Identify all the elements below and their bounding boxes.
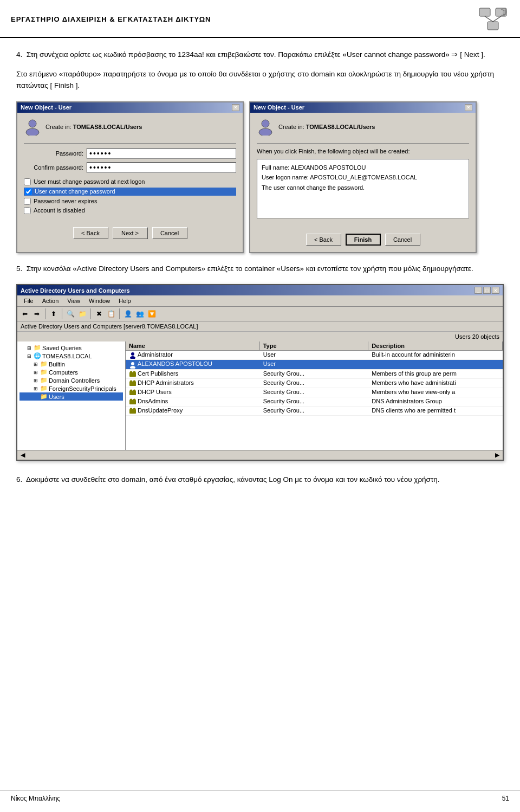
list-item[interactable]: Administrator User Built-in account for … — [126, 351, 503, 360]
dialog2-create-in-label: Create in: — [278, 124, 304, 130]
svg-point-10 — [130, 356, 135, 359]
list-item[interactable]: DnsUpdateProxy Security Grou... DNS clie… — [126, 407, 503, 416]
footer-author: Νίκος Μπαλλίνης — [11, 795, 60, 802]
ad-menu-action[interactable]: Action — [38, 297, 63, 305]
dialog1-cb3-row: Password never expires — [24, 198, 236, 205]
dialog2-title: New Object - User — [253, 104, 304, 111]
list-item[interactable]: DHCP Users Security Grou... Members who … — [126, 388, 503, 397]
dialog1-next-button[interactable]: Next > — [113, 227, 148, 239]
list-item[interactable]: ALEXANDOS APOSTOLOU User — [126, 360, 503, 369]
section5-para: 5. Στην κονσόλα «Active Directory Users … — [16, 263, 504, 275]
ad-menu-help[interactable]: Help — [114, 297, 135, 305]
group-row-icon — [129, 379, 136, 387]
list-item[interactable]: DnsAdmins Security Grou... DNS Administr… — [126, 397, 503, 407]
tree-item-saved-queries[interactable]: ⊞ 📁 Saved Queries — [20, 344, 123, 352]
dialog1-password-input[interactable]: •••••• — [87, 148, 236, 159]
dialog1-cancel-button[interactable]: Cancel — [152, 227, 187, 239]
ad-minimize-btn[interactable]: _ — [474, 287, 482, 294]
forward-icon[interactable]: ➡ — [31, 308, 42, 319]
dialog1-confirm-input[interactable]: •••••• — [87, 162, 236, 173]
up-icon[interactable]: ⬆ — [48, 308, 59, 319]
ad-close-btn[interactable]: × — [492, 287, 499, 294]
svg-rect-0 — [479, 8, 490, 16]
ad-address-label: Active Directory Users and Computers [se… — [21, 323, 198, 330]
network-icon — [477, 5, 509, 33]
ad-restore-btn[interactable]: □ — [483, 287, 491, 294]
dialog2-cancel-button[interactable]: Cancel — [385, 234, 420, 246]
dialog2-footer: < Back Finish Cancel — [250, 228, 476, 252]
new-user-icon[interactable]: 👤 — [122, 308, 133, 319]
list-cell-type: Security Grou... — [260, 397, 369, 406]
dialog1-cb4[interactable] — [24, 207, 31, 214]
tree-item-computers[interactable]: ⊞ 📁 Computers — [20, 368, 123, 376]
folder-icon[interactable]: 📁 — [77, 308, 88, 319]
dialog1-cb3-label: Password never expires — [34, 198, 97, 204]
section4-para1: 4. Στη συνέχεια ορίστε ως κωδικό πρόσβασ… — [16, 49, 504, 61]
list-cell-desc: DNS Administrators Group — [368, 397, 503, 406]
dialog1-confirm-row: Confirm password: •••••• — [24, 162, 236, 173]
section4-para2: Στο επόμενο «παράθυρο» παρατηρήστε το όν… — [16, 68, 504, 92]
user-row-icon-selected — [129, 361, 136, 369]
dialog1-create-in-label: Create in: — [46, 124, 72, 130]
ad-tree: ⊞ 📁 Saved Queries ⊟ 🌐 TOMEAS8.LOCAL ⊞ 📁 … — [17, 341, 126, 450]
group-row-icon — [129, 398, 136, 405]
svg-point-8 — [259, 128, 272, 136]
svg-point-18 — [133, 380, 136, 383]
ad-titlebar: Active Directory Users and Computers _ □… — [17, 285, 503, 295]
dialog1-close-btn[interactable]: × — [232, 104, 239, 111]
svg-point-23 — [130, 398, 133, 401]
svg-point-14 — [130, 371, 133, 373]
ad-address-bar: Active Directory Users and Computers [se… — [17, 321, 503, 332]
ad-menubar: File Action View Window Help — [17, 295, 503, 307]
list-cell-type: Security Grou... — [260, 370, 369, 378]
back-icon[interactable]: ⬅ — [20, 308, 30, 319]
list-item[interactable]: Cert Publishers Security Grou... Members… — [126, 370, 503, 379]
dialog1-password-row: Password: •••••• — [24, 148, 236, 159]
tree-item-domain[interactable]: ⊟ 🌐 TOMEAS8.LOCAL — [20, 352, 123, 360]
dialog1-window: New Object - User × Create in: TOMEAS8.L… — [16, 101, 244, 253]
tree-item-builtin[interactable]: ⊞ 📁 Builtin — [20, 360, 123, 368]
properties-icon[interactable]: 📋 — [106, 308, 116, 319]
svg-point-7 — [262, 120, 269, 127]
new-group-icon[interactable]: 👥 — [134, 308, 145, 319]
toolbar-separator3 — [90, 308, 91, 319]
list-cell-name: Cert Publishers — [126, 370, 260, 378]
list-item[interactable]: DHCP Administrators Security Grou... Mem… — [126, 379, 503, 388]
svg-point-20 — [130, 389, 133, 392]
dialog1-create-in-value: TOMEAS8.LOCAL/Users — [73, 124, 142, 130]
tree-item-users[interactable]: 📁 Users — [20, 392, 123, 401]
filter-icon[interactable]: 🔽 — [146, 308, 157, 319]
ad-titlebar-buttons: _ □ × — [474, 287, 499, 294]
dialog2-titlebar-buttons: × — [465, 104, 472, 111]
dialog1-password-label: Password: — [24, 150, 83, 157]
tree-item-foreign-security[interactable]: ⊞ 📁 ForeignSecurityPrincipals — [20, 384, 123, 392]
dialog1-cb3[interactable] — [24, 198, 31, 205]
ad-menu-window[interactable]: Window — [84, 297, 114, 305]
list-cell-name: Administrator — [126, 351, 260, 359]
tree-item-domain-controllers[interactable]: ⊞ 📁 Domain Controllers — [20, 376, 123, 384]
dialog1-titlebar: New Object - User × — [17, 102, 243, 113]
page-header: ΕΡΓΑΣΤΗΡΙΟ ΔΙΑΧΕΙΡΙΣΗ & ΕΓΚΑΤΑΣΤΑΣΗ ΔΙΚΤ… — [0, 0, 520, 38]
ad-status-bar: ◀ ▶ — [17, 450, 503, 460]
search-icon[interactable]: 🔍 — [65, 308, 76, 319]
svg-point-15 — [133, 371, 136, 373]
list-cell-name: ALEXANDOS APOSTOLOU — [126, 360, 260, 369]
list-cell-desc: Members who have view-only a — [368, 388, 503, 397]
dialog2-back-button[interactable]: < Back — [306, 234, 341, 246]
ad-menu-view[interactable]: View — [63, 297, 84, 305]
dialog2-finish-button[interactable]: Finish — [346, 234, 381, 246]
dialog1-cb1[interactable] — [24, 178, 31, 185]
dialog1-cb2[interactable] — [25, 188, 32, 195]
dialog1-back-button[interactable]: < Back — [73, 227, 108, 239]
dialog2-create-in: Create in: TOMEAS8.LOCAL/Users — [257, 118, 469, 136]
delete-icon[interactable]: ✖ — [94, 308, 105, 319]
svg-line-3 — [485, 16, 493, 22]
list-cell-type: User — [260, 360, 369, 369]
ad-menu-file[interactable]: File — [20, 297, 38, 305]
dialog2-close-btn[interactable]: × — [465, 104, 472, 111]
col-description: Description — [368, 341, 503, 350]
ad-main-area: ⊞ 📁 Saved Queries ⊟ 🌐 TOMEAS8.LOCAL ⊞ 📁 … — [17, 341, 503, 450]
list-cell-desc: Members of this group are perm — [368, 370, 503, 378]
list-cell-desc: Members who have administrati — [368, 379, 503, 388]
user-icon2 — [257, 118, 274, 136]
